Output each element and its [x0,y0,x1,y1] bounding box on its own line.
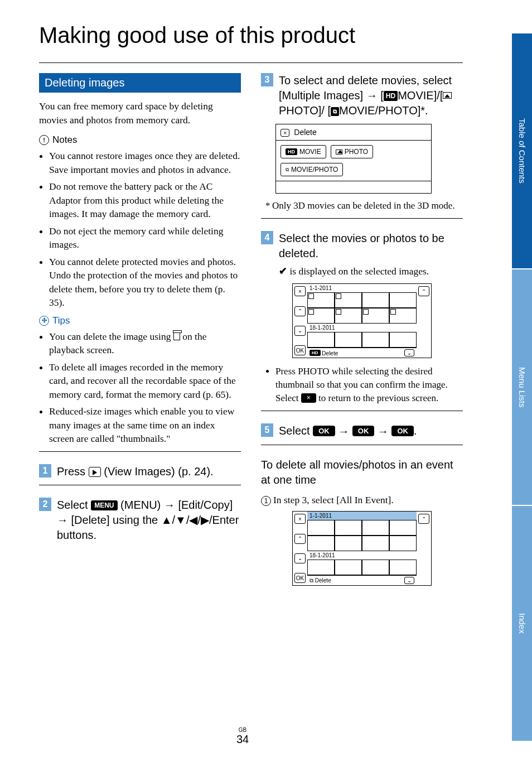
close-icon[interactable]: × [280,129,289,137]
ok-icon: OK [352,426,375,437]
scroll-bottom-button[interactable]: ⌄ [404,577,414,584]
thumb-cell[interactable] [307,536,335,551]
note-item: You cannot delete protected movies and p… [49,255,241,310]
thumb-cell[interactable] [307,520,335,536]
thumb-cell[interactable] [307,308,335,324]
tip-item: Reduced-size images which enable you to … [49,404,241,446]
check-icon: ✔ [279,266,287,277]
thumb-cell[interactable] [389,332,417,348]
tip-item: Press PHOTO while selecting the desired … [275,365,463,404]
ok-icon: OK [391,426,414,437]
step-text: Select OK → OK → OK. [279,423,417,439]
thumb-cell[interactable] [362,536,389,551]
thumb-cell[interactable] [362,520,389,536]
thumb-cell[interactable] [389,520,417,536]
subsection-heading: To delete all movies/photos in an event … [261,457,463,488]
step-3: 3 To select and delete movies, select [M… [261,73,463,118]
section-heading: Deleting images [39,73,241,93]
movie-photo-icon: ⧉ [331,107,339,116]
menu-icon: MENU [91,500,117,510]
step-number: 2 [39,498,51,511]
hd-icon: HD [384,91,398,101]
circled-1-icon: 1 [261,496,271,506]
date-label: 1-1-2011 [307,284,417,292]
panel-header: × Delete [276,124,431,140]
movie-button[interactable]: HDMOVIE [280,145,326,158]
step-text: Select MENU (MENU) → [Edit/Copy] → [Dele… [57,498,241,543]
ok-icon: OK [313,426,335,437]
date-label: 18-1-2011 [307,324,417,332]
thumb-cell[interactable] [335,332,362,348]
ok-button[interactable]: OK [294,345,306,355]
tip-item: To delete all images recorded in the mem… [49,360,241,402]
thumb-cell[interactable] [335,308,362,324]
page-number: GB 34 [0,727,485,746]
thumb-cell[interactable] [335,520,362,536]
x-button-icon: × [301,393,316,403]
thumb-cell[interactable] [307,560,335,575]
movie-photo-button[interactable]: ⧉MOVIE/PHOTO [280,163,343,176]
down-button[interactable]: ⌄ [294,553,306,563]
close-button[interactable]: × [294,286,306,296]
scroll-bottom-button[interactable]: ⌄ [404,349,414,356]
date-label: 18-1-2011 [307,551,417,560]
footnote: *Only 3D movies can be deleted in the 3D… [265,199,463,213]
up-button[interactable]: ⌃ [294,534,306,544]
tips-label: Tips [52,315,70,326]
notes-list: You cannot restore images once they are … [39,149,241,310]
ok-button[interactable]: OK [294,573,306,583]
step-number: 4 [261,231,273,244]
step-1: 1 Press (View Images) (p. 24). [39,464,241,479]
scroll-top-button[interactable]: ⌃ [418,286,429,296]
notes-label: Notes [52,134,77,146]
scroll-top-button[interactable]: ⌃ [418,514,429,524]
left-column: Deleting images You can free memory card… [39,73,241,586]
thumb-cell[interactable] [362,292,389,308]
divider [261,445,463,445]
down-button[interactable]: ⌄ [294,326,306,336]
step-text: To select and delete movies, select [Mul… [279,73,463,118]
thumb-cell[interactable] [307,292,335,308]
photo-icon [443,92,452,99]
note-item: Do not eject the memory card while delet… [49,224,241,252]
up-button[interactable]: ⌃ [294,306,306,316]
step-number: 3 [261,73,273,86]
thumb-cell[interactable] [307,332,335,348]
thumb-cell[interactable] [362,332,389,348]
date-label: 1-1-2011 [307,512,417,520]
photo-button[interactable]: PHOTO [331,145,373,158]
close-button[interactable]: × [294,514,306,524]
tab-index[interactable]: Index [512,506,532,742]
notes-heading: ! Notes [39,134,241,146]
thumb-cell[interactable] [389,308,417,324]
tab-menu-lists[interactable]: Menu Lists [512,269,532,505]
thumb-cell[interactable] [389,292,417,308]
tab-toc[interactable]: Table of Contents [512,33,532,269]
thumbnail-screen-2: × ⌃ ⌄ OK 1-1-2011 [292,511,432,586]
step4-tip: Press PHOTO while selecting the desired … [265,365,463,404]
thumb-cell[interactable] [389,536,417,551]
intro-text: You can free memory card space by deleti… [39,99,241,127]
right-column: 3 To select and delete movies, select [M… [261,73,463,586]
step-number: 5 [261,423,273,437]
thumb-cell[interactable] [335,536,362,551]
divider [261,218,463,219]
delete-panel: × Delete HDMOVIE PHOTO ⧉MOVIE/PHOTO [275,124,432,194]
thumb-cell[interactable] [335,560,362,575]
tips-icon: ✣ [39,316,49,326]
thumb-cell[interactable] [335,292,362,308]
divider [39,485,241,485]
step-2: 2 Select MENU (MENU) → [Edit/Copy] → [De… [39,498,241,543]
tips-heading: ✣ Tips [39,315,241,326]
page-title: Making good use of this product [39,22,463,48]
step4-sub: ✔ is displayed on the selected images. [279,264,463,278]
step-4: 4 Select the movies or photos to be dele… [261,231,463,261]
rule [39,62,463,63]
trash-icon [173,332,180,340]
note-item: Do not remove the battery pack or the AC… [49,180,241,221]
thumb-cell[interactable] [362,308,389,324]
substep: 1In step 3, select [All In Event]. [261,493,463,507]
thumb-cell[interactable] [362,560,389,575]
thumb-cell[interactable] [389,560,417,575]
divider [261,411,463,411]
